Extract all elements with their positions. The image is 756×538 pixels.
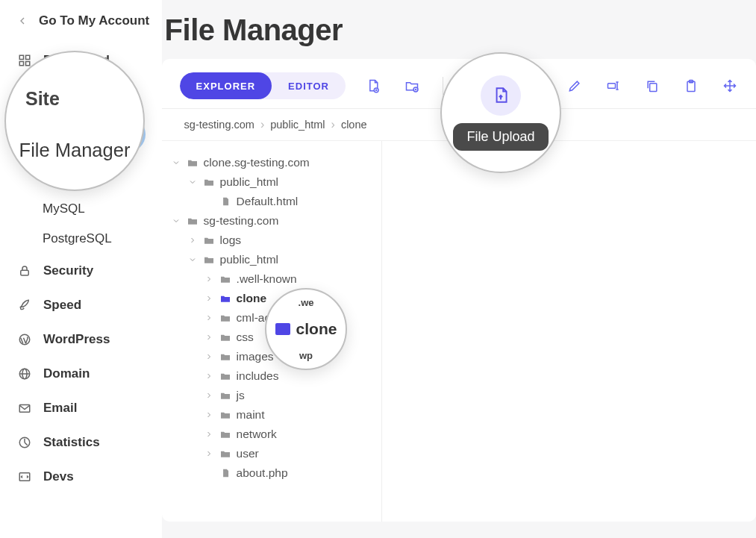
folder-icon bbox=[186, 214, 199, 228]
sidebar-item-email[interactable]: Email bbox=[0, 391, 162, 425]
chevron-right-icon[interactable] bbox=[204, 390, 214, 401]
wordpress-icon bbox=[16, 331, 33, 348]
chevron-right-icon[interactable] bbox=[204, 196, 214, 207]
chevron-right-icon[interactable] bbox=[187, 235, 198, 245]
tree-item-label: css bbox=[237, 331, 254, 344]
tree-folder[interactable]: sg-testing.com bbox=[166, 211, 377, 231]
chevron-right-icon[interactable] bbox=[204, 293, 214, 304]
folder-icon bbox=[186, 156, 199, 169]
folder-icon bbox=[202, 253, 216, 266]
sidebar-item-label: WordPress bbox=[43, 332, 110, 347]
callout-upload-magnifier: File Upload bbox=[440, 52, 561, 173]
chevron-down-icon[interactable] bbox=[171, 216, 181, 226]
tree-folder[interactable]: network bbox=[166, 425, 377, 444]
svg-rect-0 bbox=[19, 55, 23, 59]
chevron-right-icon[interactable] bbox=[204, 371, 214, 381]
folder-icon bbox=[219, 389, 232, 402]
tree-folder[interactable]: public_html bbox=[166, 172, 377, 192]
tree-item-label: public_html bbox=[220, 175, 278, 189]
file-listing[interactable] bbox=[382, 141, 756, 522]
chevron-right-icon[interactable] bbox=[204, 313, 214, 323]
tree-folder[interactable]: user bbox=[166, 444, 377, 463]
tree-folder[interactable]: logs bbox=[166, 231, 377, 250]
copy-icon[interactable] bbox=[644, 78, 660, 94]
sidebar-item-domain[interactable]: Domain bbox=[0, 357, 162, 391]
sidebar-item-label: Email bbox=[43, 401, 77, 416]
svg-rect-1 bbox=[26, 55, 30, 59]
callout-clone-label: clone bbox=[296, 320, 337, 338]
callout-clone-magnifier: .we clone wp bbox=[265, 288, 347, 370]
svg-rect-17 bbox=[650, 84, 657, 92]
globe-icon bbox=[16, 366, 33, 382]
new-file-icon[interactable] bbox=[365, 78, 381, 94]
tree-file[interactable]: about.php bbox=[166, 463, 377, 483]
file-upload-highlight-icon bbox=[481, 75, 521, 116]
sidebar-item-label: Security bbox=[43, 263, 93, 278]
folder-icon bbox=[275, 323, 290, 335]
chevron-right-icon[interactable] bbox=[204, 274, 214, 284]
sidebar-sub-postgresql[interactable]: PostgreSQL bbox=[43, 224, 162, 254]
tree-folder[interactable]: maint bbox=[166, 405, 377, 425]
sidebar-item-label: Statistics bbox=[43, 435, 100, 450]
email-icon bbox=[16, 400, 33, 416]
sidebar-item-security[interactable]: Security bbox=[0, 254, 162, 288]
devs-icon bbox=[16, 469, 33, 485]
sidebar-item-statistics[interactable]: Statistics bbox=[0, 425, 162, 460]
tree-folder[interactable]: .well-known bbox=[166, 269, 377, 289]
tree-item-label: network bbox=[237, 428, 277, 441]
sidebar-item-label: PostgreSQL bbox=[43, 231, 112, 245]
callout-partial-bottom: wp bbox=[299, 350, 313, 361]
tree-item-label: maint bbox=[237, 408, 265, 422]
chevron-down-icon[interactable] bbox=[187, 254, 198, 265]
breadcrumb-item[interactable]: sg-testing.com bbox=[184, 119, 254, 131]
tree-folder[interactable]: includes bbox=[166, 366, 377, 386]
folder-icon bbox=[219, 428, 232, 441]
tree-item-label: .well-known bbox=[237, 272, 297, 286]
chevron-right-icon[interactable] bbox=[204, 448, 214, 459]
breadcrumb-item[interactable]: public_html bbox=[270, 119, 325, 131]
explorer-tab[interactable]: EXPLORER bbox=[180, 72, 272, 99]
folder-icon bbox=[219, 292, 232, 305]
chevron-down-icon[interactable] bbox=[187, 177, 198, 187]
folder-icon bbox=[219, 311, 232, 325]
chevron-right-icon[interactable] bbox=[204, 468, 214, 478]
folder-icon bbox=[202, 175, 216, 189]
sidebar-item-label: Domain bbox=[43, 366, 90, 381]
chevron-right-icon: › bbox=[260, 118, 264, 131]
tree-item-label: logs bbox=[220, 234, 241, 247]
view-toggle: EXPLORER EDITOR bbox=[180, 72, 346, 99]
go-to-account-link[interactable]: Go To My Account bbox=[0, 13, 162, 43]
folder-icon bbox=[219, 369, 232, 383]
folder-icon bbox=[219, 272, 232, 286]
chevron-right-icon[interactable] bbox=[204, 429, 214, 440]
tree-item-label: user bbox=[237, 447, 259, 460]
sidebar-item-wordpress[interactable]: WordPress bbox=[0, 322, 162, 357]
svg-rect-16 bbox=[608, 84, 616, 89]
svg-rect-6 bbox=[21, 270, 29, 275]
tree-folder[interactable]: clone.sg-testing.com bbox=[166, 153, 377, 172]
sidebar-item-devs[interactable]: Devs bbox=[0, 460, 162, 494]
tree-item-label: js bbox=[237, 389, 245, 402]
sidebar-item-speed[interactable]: Speed bbox=[0, 288, 162, 322]
chevron-right-icon[interactable] bbox=[204, 351, 214, 362]
breadcrumb-item[interactable]: clone bbox=[341, 119, 367, 131]
new-folder-icon[interactable] bbox=[404, 78, 420, 94]
folder-icon bbox=[219, 350, 232, 363]
chevron-right-icon[interactable] bbox=[204, 332, 214, 342]
sidebar-item-label: MySQL bbox=[43, 201, 85, 216]
arrow-left-icon bbox=[16, 15, 28, 27]
tree-folder[interactable]: js bbox=[166, 386, 377, 405]
rename-icon[interactable] bbox=[605, 78, 622, 94]
paste-icon[interactable] bbox=[683, 78, 699, 94]
tree-item-label: clone bbox=[237, 292, 266, 305]
tree-folder[interactable]: public_html bbox=[166, 250, 377, 269]
folder-icon bbox=[219, 331, 232, 344]
editor-tab[interactable]: EDITOR bbox=[272, 72, 346, 99]
tree-file[interactable]: Default.html bbox=[166, 192, 377, 211]
chevron-right-icon[interactable] bbox=[204, 410, 214, 420]
move-icon[interactable] bbox=[722, 78, 738, 94]
edit-icon[interactable] bbox=[566, 78, 583, 94]
callout-section-label: Site bbox=[6, 88, 60, 110]
tree-item-label: public_html bbox=[220, 253, 278, 266]
chevron-down-icon[interactable] bbox=[171, 157, 181, 168]
